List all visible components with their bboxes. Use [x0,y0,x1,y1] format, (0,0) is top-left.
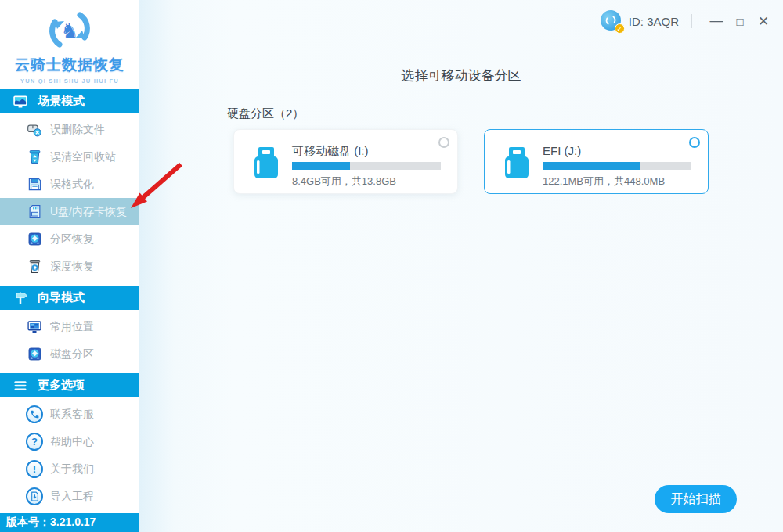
sidebar-item-label: 联系客服 [50,408,94,422]
scene-mode-icon [12,93,29,110]
partition-group-label: 硬盘分区（2） [227,106,304,121]
sidebar-item-emptied-recycle-bin[interactable]: 误清空回收站 [0,143,139,171]
sidebar-item-label: 关于我们 [50,462,94,476]
app-subtitle: YUN QI SHI SHU JU HUI FU [0,77,139,84]
version-bar: 版本号：3.21.0.17 [0,513,139,532]
sidebar-item-label: 磁盘分区 [50,347,94,361]
usb-drive-icon [251,144,281,185]
import-project-icon [26,488,43,505]
usb-drive-icon [502,144,532,185]
sidebar-item-label: 误格式化 [50,178,94,192]
sidebar-item-deep-recovery[interactable]: 深度恢复 [0,253,139,280]
wizard-mode-menu: 常用位置 磁盘分区 [0,310,139,368]
titlebar-divider [691,14,692,28]
minimize-button[interactable]: — [706,11,727,31]
start-scan-button[interactable]: 开始扫描 [655,485,737,513]
sidebar-item-partition-recovery[interactable]: 分区恢复 [0,225,139,253]
recycle-bin-icon [26,149,43,166]
maximize-button[interactable]: □ [730,11,750,31]
sidebar-item-about-us[interactable]: ! 关于我们 [0,455,139,483]
close-button[interactable]: ✕ [753,11,774,31]
page-title: 选择可移动设备分区 [139,66,783,84]
partition-card-removable-disk-i[interactable]: 可移动磁盘 (I:) 8.4GB可用，共13.8GB [233,129,458,194]
sidebar-item-label: 深度恢复 [50,260,94,274]
capacity-detail: 8.4GB可用，共13.8GB [292,174,396,189]
about-us-icon: ! [26,461,43,478]
wizard-mode-icon [12,289,29,307]
more-options-menu: 联系客服 ? 帮助中心 ! 关于我们 [0,397,139,510]
sidebar-item-label: U盘/内存卡恢复 [50,205,127,219]
section-header-label: 向导模式 [38,290,85,305]
sidebar-item-formatted[interactable]: 误格式化 [0,171,139,198]
sidebar-item-label: 帮助中心 [50,435,94,449]
sidebar: ♞ 云骑士数据恢复 YUN QI SHI SHU JU HUI FU 场景模式 [0,0,139,532]
sidebar-item-usb-memory-card-recovery[interactable]: U盘/内存卡恢复 [0,198,139,225]
disk-partition-icon [26,346,43,363]
verified-check-icon: ✓ [615,23,625,34]
capacity-bar-fill [543,162,640,170]
sidebar-item-help-center[interactable]: ? 帮助中心 [0,428,139,455]
sidebar-item-label: 分区恢复 [50,232,94,246]
app-title: 云骑士数据恢复 [0,55,139,75]
radio-selected-icon[interactable] [689,137,700,148]
capacity-bar [292,162,441,170]
sidebar-item-label: 误删除文件 [50,123,105,137]
deep-recovery-icon [26,258,43,275]
capacity-bar-fill [292,162,350,170]
section-header-wizard-mode: 向导模式 [0,286,139,310]
sidebar-item-disk-partitions[interactable]: 磁盘分区 [0,340,139,368]
sidebar-item-label: 导入工程 [50,490,94,504]
help-center-icon: ? [26,433,43,451]
sidebar-item-label: 误清空回收站 [50,150,116,164]
version-label: 版本号：3.21.0.17 [6,516,96,530]
account-badge-icon: ✓ [601,10,622,32]
partition-name: 可移动磁盘 (I:) [292,144,369,159]
titlebar: ✓ ID: 3AQR — □ ✕ [601,8,774,34]
partition-recovery-icon [26,231,43,248]
scene-mode-menu: 误删除文件 误清空回收站 [0,113,139,280]
radio-unselected-icon[interactable] [438,137,449,148]
section-header-more-options: 更多选项 [0,373,139,397]
sidebar-item-common-locations[interactable]: 常用位置 [0,313,139,340]
user-id-label: ID: 3AQR [629,15,679,28]
section-header-label: 场景模式 [38,94,85,109]
usb-sd-card-icon [26,203,43,221]
contact-support-icon [26,406,43,423]
partition-card-efi-j[interactable]: EFI (J:) 122.1MB可用，共448.0MB [484,129,709,194]
deleted-file-icon [26,121,43,138]
svg-text:♞: ♞ [60,19,78,42]
app-window: ♞ 云骑士数据恢复 YUN QI SHI SHU JU HUI FU 场景模式 [0,0,783,532]
sidebar-item-label: 常用位置 [50,320,94,334]
section-header-scene-mode: 场景模式 [0,89,139,113]
sidebar-item-deleted-files[interactable]: 误删除文件 [0,116,139,143]
capacity-bar [543,162,691,170]
partition-card-list: 可移动磁盘 (I:) 8.4GB可用，共13.8GB EFI ( [233,129,709,194]
more-options-icon [12,377,29,394]
capacity-detail: 122.1MB可用，共448.0MB [543,174,665,189]
partition-name: EFI (J:) [543,144,581,157]
common-location-icon [26,318,43,336]
app-logo: ♞ 云骑士数据恢复 YUN QI SHI SHU JU HUI FU [0,0,139,89]
section-header-label: 更多选项 [38,378,85,393]
recycle-knight-logo-icon: ♞ [44,6,96,53]
format-icon [26,176,43,193]
sidebar-item-contact-support[interactable]: 联系客服 [0,401,139,428]
sidebar-item-import-project[interactable]: 导入工程 [0,483,139,510]
main-content: ✓ ID: 3AQR — □ ✕ 选择可移动设备分区 硬盘分区（2） [139,0,783,532]
